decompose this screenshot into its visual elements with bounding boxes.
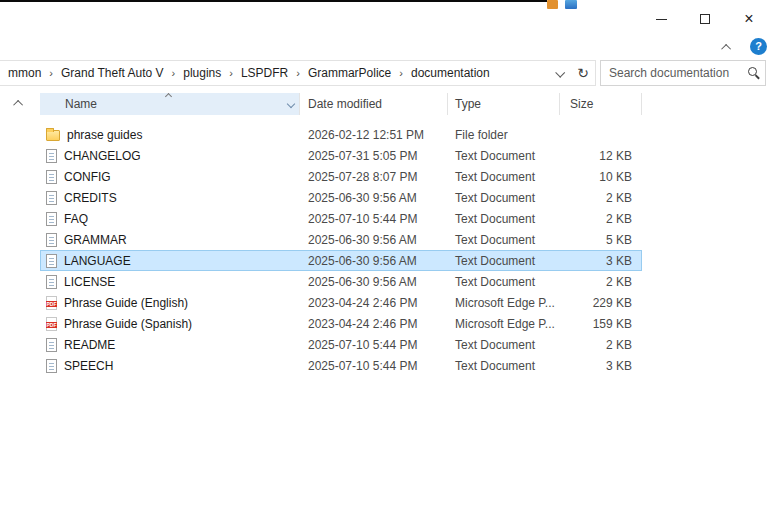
file-row[interactable]: SPEECH 2025-07-10 5:44 PM Text Document … — [40, 355, 642, 376]
titlebar-folder-icon — [565, 0, 577, 9]
titlebar-icons — [547, 0, 577, 9]
file-type: Text Document — [448, 359, 560, 373]
file-size: 3 KB — [560, 254, 642, 268]
text-icon — [46, 359, 57, 373]
breadcrumb-separator-icon: › — [296, 67, 300, 79]
nav-pane-scroll-up[interactable] — [11, 96, 27, 110]
column-header-name[interactable]: Name — [40, 93, 300, 115]
file-row[interactable]: Phrase Guide (English) 2023-04-24 2:46 P… — [40, 292, 642, 313]
file-name: Phrase Guide (Spanish) — [64, 317, 192, 331]
file-size: 2 KB — [560, 275, 642, 289]
breadcrumb-item[interactable]: Grand Theft Auto V — [61, 66, 164, 80]
file-size: 2 KB — [560, 212, 642, 226]
file-row[interactable]: LICENSE 2025-06-30 9:56 AM Text Document… — [40, 271, 642, 292]
file-date: 2025-06-30 9:56 AM — [300, 233, 448, 247]
scroll-up-icon — [13, 99, 23, 109]
file-name-cell: LICENSE — [40, 275, 300, 289]
file-name-cell: phrase guides — [40, 128, 300, 142]
file-date: 2025-07-10 5:44 PM — [300, 338, 448, 352]
refresh-button[interactable]: ↻ — [573, 61, 593, 85]
window-top-border — [0, 0, 547, 2]
breadcrumb-separator-icon: › — [399, 67, 403, 79]
file-list: phrase guides 2026-02-12 12:51 PM File f… — [40, 124, 642, 376]
file-name: LICENSE — [64, 275, 115, 289]
search-icon[interactable] — [748, 67, 757, 76]
text-icon — [46, 149, 57, 163]
help-button[interactable]: ? — [750, 38, 767, 55]
file-type: Microsoft Edge P... — [448, 317, 560, 331]
file-type: Text Document — [448, 170, 560, 184]
breadcrumb-separator-icon: › — [172, 67, 176, 79]
ribbon-right-controls: ? — [716, 37, 767, 55]
maximize-icon — [700, 14, 710, 24]
file-row[interactable]: CREDITS 2025-06-30 9:56 AM Text Document… — [40, 187, 642, 208]
pdf-icon — [46, 317, 57, 331]
file-date: 2025-06-30 9:56 AM — [300, 254, 448, 268]
file-name-cell: GRAMMAR — [40, 233, 300, 247]
pdf-icon — [46, 296, 57, 310]
column-header-date-modified[interactable]: Date modified — [300, 93, 448, 115]
file-explorer-window: × ? mmon›Grand Theft Auto V›plugins›LSPD… — [0, 0, 773, 525]
sort-ascending-icon — [164, 93, 171, 100]
breadcrumb-separator-icon: › — [49, 67, 53, 79]
column-filter-chevron-icon[interactable] — [287, 100, 295, 108]
file-row[interactable]: LANGUAGE 2025-06-30 9:56 AM Text Documen… — [40, 250, 642, 271]
column-header-date-label: Date modified — [308, 97, 382, 111]
file-date: 2025-07-10 5:44 PM — [300, 359, 448, 373]
file-name: CREDITS — [64, 191, 117, 205]
address-bar[interactable]: mmon›Grand Theft Auto V›plugins›LSPDFR›G… — [0, 60, 596, 86]
file-name-cell: LANGUAGE — [40, 254, 300, 268]
file-row[interactable]: CHANGELOG 2025-07-31 5:05 PM Text Docume… — [40, 145, 642, 166]
titlebar-app-icon — [547, 0, 558, 9]
minimize-icon — [656, 19, 667, 20]
file-name: phrase guides — [67, 128, 142, 142]
text-icon — [46, 338, 57, 352]
column-header-name-label: Name — [65, 97, 97, 111]
file-row[interactable]: phrase guides 2026-02-12 12:51 PM File f… — [40, 124, 642, 145]
file-date: 2026-02-12 12:51 PM — [300, 128, 448, 142]
file-name: CHANGELOG — [64, 149, 141, 163]
address-dropdown-button[interactable] — [549, 61, 569, 85]
file-row[interactable]: Phrase Guide (Spanish) 2023-04-24 2:46 P… — [40, 313, 642, 334]
text-icon — [46, 233, 57, 247]
file-size: 10 KB — [560, 170, 642, 184]
file-size: 2 KB — [560, 338, 642, 352]
file-name-cell: CHANGELOG — [40, 149, 300, 163]
close-button[interactable]: × — [727, 6, 771, 32]
text-icon — [46, 275, 57, 289]
text-icon — [46, 170, 57, 184]
file-name-cell: CREDITS — [40, 191, 300, 205]
file-name-cell: Phrase Guide (English) — [40, 296, 300, 310]
file-date: 2023-04-24 2:46 PM — [300, 296, 448, 310]
file-date: 2023-04-24 2:46 PM — [300, 317, 448, 331]
column-header-type[interactable]: Type — [448, 93, 560, 115]
column-headers: Name Date modified Type Size — [40, 93, 642, 115]
breadcrumb-item[interactable]: documentation — [411, 66, 490, 80]
file-row[interactable]: CONFIG 2025-07-28 8:07 PM Text Document … — [40, 166, 642, 187]
search-input[interactable] — [601, 61, 765, 85]
file-type: Text Document — [448, 191, 560, 205]
breadcrumb-item[interactable]: GrammarPolice — [308, 66, 391, 80]
file-date: 2025-06-30 9:56 AM — [300, 275, 448, 289]
breadcrumb-item[interactable]: mmon — [8, 66, 41, 80]
file-name-cell: README — [40, 338, 300, 352]
file-type: File folder — [448, 128, 560, 142]
window-controls: × — [639, 6, 771, 32]
folder-icon — [46, 130, 60, 141]
file-size: 229 KB — [560, 296, 642, 310]
minimize-button[interactable] — [639, 6, 683, 32]
ribbon-collapse-button[interactable] — [716, 37, 738, 55]
maximize-button[interactable] — [683, 6, 727, 32]
breadcrumb-item[interactable]: plugins — [183, 66, 221, 80]
column-header-size[interactable]: Size — [560, 93, 642, 115]
file-name-cell: CONFIG — [40, 170, 300, 184]
file-row[interactable]: README 2025-07-10 5:44 PM Text Document … — [40, 334, 642, 355]
file-type: Microsoft Edge P... — [448, 296, 560, 310]
close-icon: × — [744, 11, 753, 27]
breadcrumb-item[interactable]: LSPDFR — [241, 66, 288, 80]
text-icon — [46, 254, 57, 268]
file-name: SPEECH — [64, 359, 113, 373]
file-row[interactable]: FAQ 2025-07-10 5:44 PM Text Document 2 K… — [40, 208, 642, 229]
file-type: Text Document — [448, 254, 560, 268]
file-row[interactable]: GRAMMAR 2025-06-30 9:56 AM Text Document… — [40, 229, 642, 250]
